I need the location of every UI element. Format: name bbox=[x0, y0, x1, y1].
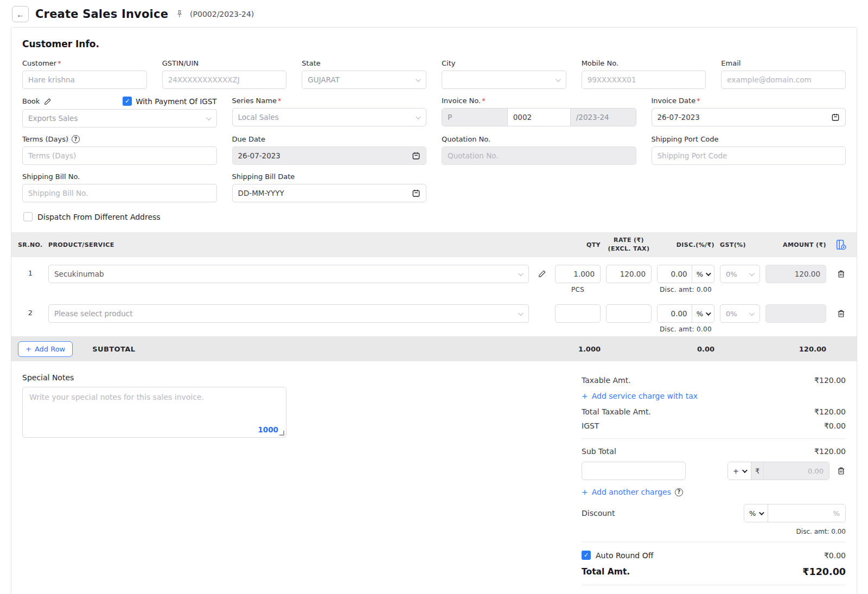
invoice-number-input[interactable] bbox=[507, 108, 571, 126]
chevron-down-icon bbox=[749, 271, 755, 276]
port-code-label: Shipping Port Code bbox=[652, 135, 719, 143]
qty-cell: PCS bbox=[555, 265, 601, 293]
igst-checkbox-label: With Payment Of IGST bbox=[136, 97, 216, 106]
special-notes-textarea[interactable] bbox=[23, 387, 286, 437]
field-customer: Customer* bbox=[22, 59, 147, 89]
item-row-1: 1 Secukinumab PCS bbox=[11, 257, 857, 297]
field-invoice-no: Invoice No.* P /2023-24 bbox=[442, 97, 636, 127]
sub-total-label: Sub Total bbox=[582, 447, 616, 456]
special-notes-label: Special Notes bbox=[22, 373, 286, 382]
igst-label: IGST bbox=[582, 421, 599, 430]
port-code-input[interactable] bbox=[652, 146, 846, 165]
check-icon: ✓ bbox=[125, 98, 130, 105]
special-notes: Special Notes 1000 bbox=[22, 373, 286, 591]
invoice-no-label: Invoice No. bbox=[442, 97, 481, 105]
invoice-no-segmented-input: P /2023-24 bbox=[442, 108, 636, 126]
igst-value: ₹0.00 bbox=[824, 421, 846, 430]
gst-select[interactable]: 0% bbox=[720, 265, 760, 283]
product-placeholder: Please select product bbox=[54, 309, 132, 318]
rate-input[interactable] bbox=[606, 265, 652, 283]
product-select[interactable]: Please select product bbox=[48, 304, 529, 323]
required-mark: * bbox=[482, 97, 486, 105]
calendar-icon[interactable] bbox=[831, 113, 840, 122]
help-icon[interactable]: ? bbox=[72, 135, 80, 143]
mobile-input[interactable] bbox=[582, 71, 706, 89]
gstin-input[interactable] bbox=[162, 71, 287, 89]
col-gst: GST(%) bbox=[720, 241, 760, 248]
field-bill-no: Shipping Bill No. bbox=[22, 173, 217, 202]
edit-pencil-icon[interactable] bbox=[44, 98, 52, 105]
field-quotation: Quotation No. bbox=[442, 135, 636, 165]
add-service-charge-link[interactable]: + Add service charge with tax bbox=[582, 387, 846, 405]
city-select[interactable] bbox=[442, 71, 566, 89]
customer-label: Customer bbox=[22, 59, 56, 67]
igst-checkbox-row[interactable]: ✓ With Payment Of IGST bbox=[123, 97, 216, 106]
dispatch-checkbox-row[interactable]: Dispatch From Different Address bbox=[22, 210, 846, 229]
totals-panel: Taxable Amt. ₹120.00 + Add service charg… bbox=[582, 373, 846, 591]
delete-charge-icon[interactable] bbox=[837, 466, 846, 476]
invoice-date-input[interactable]: 26-07-2023 bbox=[652, 108, 846, 126]
bill-no-label: Shipping Bill No. bbox=[22, 173, 80, 181]
disc-cell: % Disc. amt: 0.00 bbox=[657, 304, 714, 333]
series-label: Series Name bbox=[232, 97, 277, 105]
required-mark: * bbox=[697, 97, 700, 105]
taxable-row: Taxable Amt. ₹120.00 bbox=[582, 373, 846, 387]
delete-row-icon[interactable] bbox=[832, 304, 850, 318]
required-mark: * bbox=[58, 59, 61, 67]
plus-icon: + bbox=[582, 488, 588, 496]
rate-input[interactable] bbox=[606, 304, 652, 323]
discount-unit-select[interactable]: % bbox=[692, 265, 714, 283]
add-service-charge-label: Add service charge with tax bbox=[592, 392, 698, 400]
subtotal-label: SUBTOTAL bbox=[92, 345, 135, 353]
state-select[interactable]: GUJARAT bbox=[302, 71, 426, 89]
discount-value-field[interactable]: % bbox=[768, 504, 845, 522]
invoice-prefix: P bbox=[442, 108, 507, 126]
calendar-icon[interactable] bbox=[412, 189, 420, 197]
edit-product-icon[interactable] bbox=[534, 265, 550, 278]
total-taxable-row: Total Taxable Amt. ₹120.00 bbox=[582, 405, 846, 419]
discount-input[interactable] bbox=[658, 305, 692, 322]
discount-unit-select[interactable]: % bbox=[744, 504, 768, 522]
charge-sign-select[interactable]: + bbox=[728, 462, 751, 480]
divider bbox=[582, 438, 846, 439]
discount-unit-value: % bbox=[749, 509, 756, 518]
delete-row-icon[interactable] bbox=[832, 265, 850, 279]
subtotal-disc: 0.00 bbox=[657, 345, 714, 353]
igst-checkbox[interactable]: ✓ bbox=[123, 97, 132, 106]
page-title: Create Sales Invoice bbox=[35, 8, 168, 21]
auto-round-checkbox-row[interactable]: ✓ Auto Round Off bbox=[582, 551, 653, 560]
dispatch-checkbox[interactable] bbox=[23, 212, 33, 221]
discount-unit-select[interactable]: % bbox=[692, 305, 714, 322]
book-select[interactable]: Exports Sales bbox=[22, 109, 217, 127]
state-label: State bbox=[302, 59, 320, 67]
chevron-down-icon bbox=[706, 310, 711, 316]
customer-input[interactable] bbox=[22, 71, 147, 89]
help-icon[interactable]: ? bbox=[675, 488, 683, 496]
charge-name-input[interactable] bbox=[582, 462, 686, 480]
chevron-down-icon bbox=[706, 271, 711, 276]
qty-input[interactable] bbox=[555, 304, 601, 323]
product-select[interactable]: Secukinumab bbox=[48, 265, 529, 283]
email-input[interactable] bbox=[721, 71, 846, 89]
gst-select[interactable]: 0% bbox=[720, 304, 760, 323]
auto-round-checkbox[interactable]: ✓ bbox=[582, 551, 591, 560]
rate-cell bbox=[606, 304, 652, 323]
col-srno: SR.NO. bbox=[18, 241, 43, 248]
charge-amount-field: 0.00 bbox=[764, 462, 829, 480]
add-another-charges-link[interactable]: + Add another charges ? bbox=[582, 483, 846, 501]
bill-no-input[interactable] bbox=[22, 184, 217, 202]
field-state: State GUJARAT bbox=[302, 59, 426, 89]
series-select[interactable]: Local Sales bbox=[232, 108, 427, 126]
sub-total-value: ₹120.00 bbox=[814, 447, 846, 456]
qty-input[interactable] bbox=[555, 265, 601, 283]
discount-row: Discount % % bbox=[582, 501, 846, 526]
add-row-button[interactable]: + Add Row bbox=[18, 341, 73, 357]
discount-group: % % bbox=[744, 504, 846, 522]
pin-icon[interactable] bbox=[176, 10, 183, 18]
column-settings-icon[interactable] bbox=[832, 239, 850, 251]
required-mark: * bbox=[278, 97, 282, 105]
terms-input[interactable] bbox=[22, 146, 217, 165]
discount-input[interactable] bbox=[658, 265, 692, 283]
back-button[interactable]: ← bbox=[12, 6, 29, 22]
bill-date-input[interactable]: DD-MM-YYYY bbox=[232, 184, 427, 202]
